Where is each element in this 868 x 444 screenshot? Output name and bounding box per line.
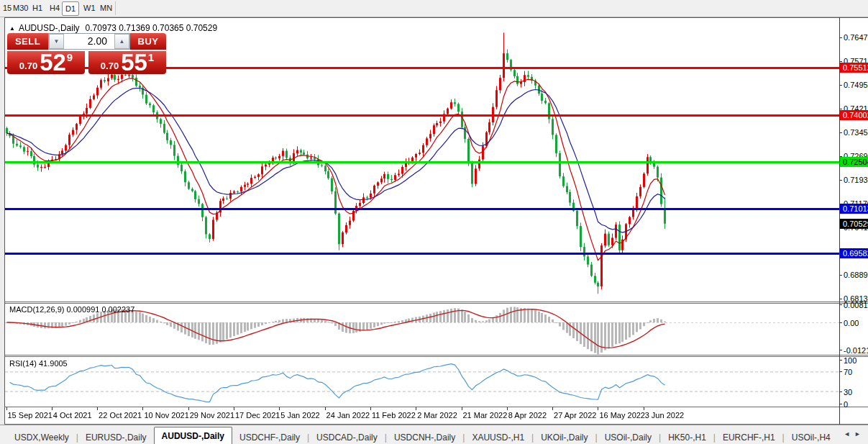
date-tick — [97, 407, 98, 410]
symbol-tab-hk50-h1[interactable]: HK50-,H1 — [661, 430, 713, 444]
volume-decrease-button[interactable]: ▼ — [49, 34, 64, 49]
collapse-icon[interactable]: ▲ — [9, 25, 15, 32]
level-price-badge: 0.71013 — [840, 204, 868, 214]
price-tick — [839, 109, 842, 109]
symbol-tab-usdcad-daily[interactable]: USDCAD-,Daily — [309, 430, 385, 444]
date-label: 10 Nov 2021 — [144, 411, 188, 420]
trading-terminal: 15M30H1H4D1W1MN ▲AUDUSD-,Daily0.70973 0.… — [0, 0, 868, 444]
rsi-axis-tick — [839, 371, 842, 372]
symbol-tab-usoil-h4[interactable]: USOil-,H4 — [785, 430, 838, 444]
date-tick — [370, 407, 371, 410]
panel-separator — [4, 302, 868, 302]
timeframe-button-h4[interactable]: H4 — [47, 1, 63, 14]
rsi-axis-label: 0 — [844, 400, 848, 409]
one-click-trade-widget: SELL ▼ 2.00 ▲ BUY 0.70 52 9 0.70 55 1 — [7, 33, 166, 74]
symbol-tab-audusd-daily[interactable]: AUDUSD-,Daily — [154, 427, 232, 444]
level-price-badge: 0.74002 — [840, 110, 868, 120]
price-tick-label: 0.73450 — [844, 128, 868, 137]
date-label: 8 Apr 2022 — [508, 411, 547, 420]
symbol-tab-xauusd-h1[interactable]: XAUUSD-,H1 — [465, 430, 531, 444]
date-tick — [325, 407, 326, 410]
price-tick — [839, 85, 842, 86]
symbol-label: AUDUSD-,Daily — [19, 23, 80, 33]
rsi-axis-tick — [839, 391, 842, 392]
buy-button[interactable]: BUY — [130, 33, 166, 50]
rsi-label: RSI(14) 41.9005 — [9, 359, 68, 368]
price-level-line[interactable] — [5, 253, 839, 255]
macd-value-main: 0.000991 — [66, 305, 99, 314]
symbol-tab-usdx-weekly[interactable]: USDX,Weekly — [7, 430, 76, 444]
symbol-tab-ukoil-daily[interactable]: UKOil-,Daily — [534, 430, 595, 444]
macd-axis-label: 0.008197 — [844, 301, 868, 309]
date-label: 4 Oct 2021 — [53, 411, 92, 420]
date-tick — [279, 407, 280, 410]
price-tick — [839, 180, 842, 181]
toolbar-separator — [115, 1, 116, 15]
date-tick — [598, 407, 598, 410]
panel-separator — [4, 356, 868, 357]
date-label: 3 Jun 2022 — [645, 411, 684, 420]
macd-label: MACD(12,26,9) 0.000991 0.002237 — [9, 305, 134, 314]
symbol-tab-eurchf-h1[interactable]: EURCHF-,H1 — [716, 430, 782, 444]
rsi-canvas[interactable] — [5, 357, 839, 407]
timeframe-button-d1[interactable]: D1 — [62, 1, 79, 16]
date-label: 2 Mar 2022 — [417, 411, 457, 420]
timeframe-button-m30[interactable]: M30 — [10, 1, 31, 14]
price-tick — [839, 132, 842, 133]
macd-axis-label: -0.01212 — [844, 346, 868, 355]
sell-price-button[interactable]: 0.70 52 9 — [7, 51, 85, 74]
volume-increase-button[interactable]: ▲ — [114, 34, 129, 49]
macd-axis-tick — [839, 304, 842, 305]
sell-button[interactable]: SELL — [7, 33, 48, 50]
panel-separator — [4, 407, 868, 407]
level-price-badge: 0.72504 — [840, 157, 868, 167]
date-label: 16 May 2022 — [599, 411, 645, 420]
price-tick — [839, 299, 842, 299]
ohlc-values: 0.70973 0.71369 0.70365 0.70529 — [86, 23, 218, 33]
tab-scroll-right-icon: ► — [854, 430, 865, 438]
price-level-line[interactable] — [5, 161, 839, 163]
price-level-line[interactable] — [5, 114, 839, 117]
buy-price-prefix: 0.70 — [101, 60, 119, 71]
price-tick — [839, 275, 842, 276]
date-tick — [188, 407, 189, 410]
panel-separator — [4, 303, 868, 304]
price-tick-label: 0.68890 — [844, 271, 868, 279]
timeframe-button-w1[interactable]: W1 — [81, 1, 99, 14]
symbol-tab-eurusd-daily[interactable]: EURUSD-,Daily — [78, 430, 154, 444]
volume-value[interactable]: 2.00 — [64, 34, 114, 49]
timeframe-button-mn[interactable]: MN — [97, 1, 115, 14]
volume-stepper: ▼ 2.00 ▲ — [48, 33, 130, 50]
price-tick — [839, 37, 842, 38]
rsi-value: 41.9005 — [39, 359, 68, 368]
tab-scroll-left-icon: ◄ — [844, 430, 854, 438]
tab-scroll-arrows[interactable]: ◄► — [844, 430, 865, 438]
buy-price-button[interactable]: 0.70 55 1 — [88, 51, 166, 74]
level-price-badge: 0.75512 — [840, 63, 868, 73]
current-price-badge: 0.70529 — [840, 219, 868, 229]
symbol-tab-usdchf-daily[interactable]: USDCHF-,Daily — [232, 430, 307, 444]
rsi-axis-tick — [839, 404, 842, 404]
date-tick — [52, 407, 52, 410]
macd-axis-tick — [839, 350, 842, 350]
panel-separator — [4, 355, 868, 355]
symbol-tab-usdcnh-daily[interactable]: USDCNH-,Daily — [387, 430, 462, 444]
date-tick — [462, 407, 462, 410]
price-tick-label: 0.71930 — [844, 176, 868, 184]
symbol-tab-usoil-daily[interactable]: USOil-,Daily — [598, 430, 659, 444]
sell-price-prefix: 0.70 — [19, 60, 37, 71]
price-level-line[interactable] — [5, 208, 839, 210]
date-tick — [6, 407, 7, 410]
date-label: 17 Dec 2021 — [235, 411, 280, 420]
date-tick — [644, 407, 644, 410]
date-label: 21 Mar 2022 — [463, 411, 508, 420]
macd-value-signal: 0.002237 — [101, 305, 134, 314]
price-tick-label: 0.74950 — [844, 81, 868, 89]
chart-title: ▲AUDUSD-,Daily0.70973 0.71369 0.70365 0.… — [9, 23, 217, 33]
buy-price-main: 55 — [121, 52, 147, 73]
date-tick — [142, 407, 143, 410]
date-label: 5 Jan 2022 — [280, 411, 319, 420]
date-label: 22 Oct 2021 — [99, 411, 142, 420]
macd-axis-label: 0.00 — [844, 319, 859, 327]
timeframe-button-h1[interactable]: H1 — [29, 1, 45, 14]
